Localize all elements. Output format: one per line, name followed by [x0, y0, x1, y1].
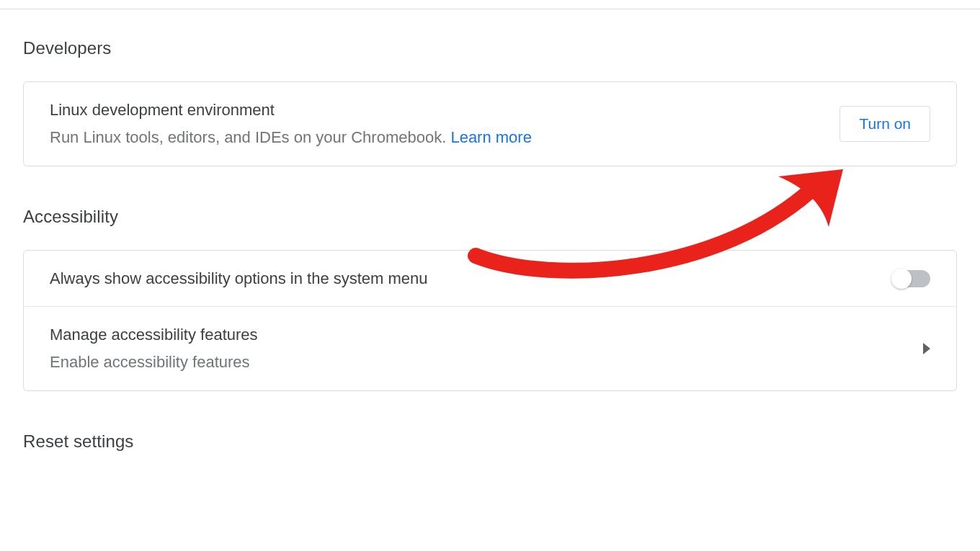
learn-more-link[interactable]: Learn more [450, 128, 532, 146]
chevron-right-icon [923, 343, 930, 354]
manage-accessibility-row[interactable]: Manage accessibility features Enable acc… [24, 306, 956, 390]
linux-dev-title: Linux development environment [50, 98, 532, 122]
settings-content: Developers Linux development environment… [0, 9, 980, 452]
always-show-accessibility-row[interactable]: Always show accessibility options in the… [24, 251, 956, 306]
linux-dev-subtitle-text: Run Linux tools, editors, and IDEs on yo… [50, 128, 450, 146]
developers-card: Linux development environment Run Linux … [23, 81, 957, 166]
section-heading-developers: Developers [23, 38, 957, 58]
always-show-text: Always show accessibility options in the… [50, 266, 428, 290]
linux-dev-row: Linux development environment Run Linux … [24, 82, 956, 166]
linux-dev-text: Linux development environment Run Linux … [50, 98, 532, 150]
accessibility-card: Always show accessibility options in the… [23, 250, 957, 391]
section-heading-accessibility: Accessibility [23, 207, 957, 227]
turn-on-button[interactable]: Turn on [839, 106, 930, 142]
always-show-title: Always show accessibility options in the… [50, 266, 428, 290]
section-heading-reset: Reset settings [23, 431, 957, 452]
manage-accessibility-text: Manage accessibility features Enable acc… [50, 323, 258, 375]
always-show-toggle[interactable] [893, 270, 930, 287]
manage-accessibility-title: Manage accessibility features [50, 323, 258, 346]
manage-accessibility-subtitle: Enable accessibility features [50, 349, 258, 375]
linux-dev-subtitle: Run Linux tools, editors, and IDEs on yo… [50, 125, 532, 150]
toggle-knob [891, 269, 912, 289]
